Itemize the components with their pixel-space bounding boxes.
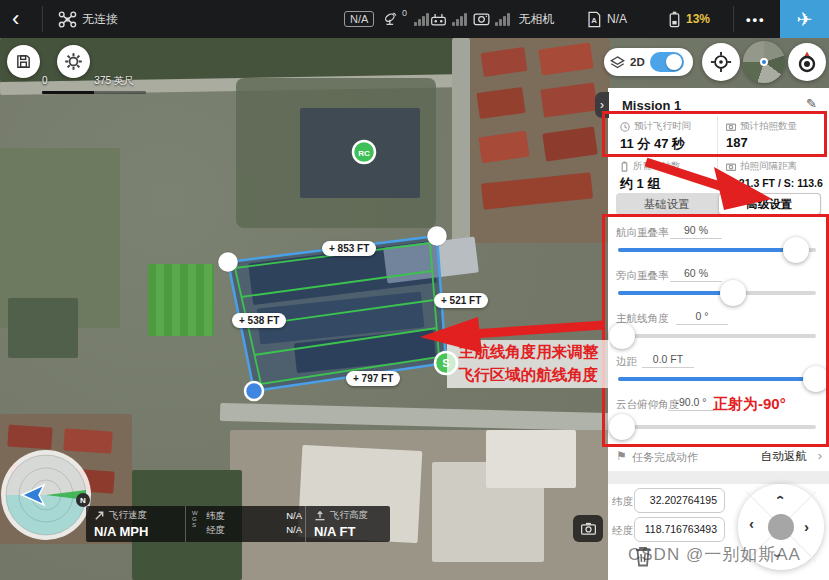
map-road <box>220 403 610 431</box>
slider-row-side-overlap: 旁向重叠率 60 % <box>608 267 829 310</box>
slider-track[interactable] <box>618 291 816 295</box>
back-chevron-icon: ‹ <box>12 8 19 30</box>
telemetry-gps: W G S 纬度N/A 经度N/A <box>185 506 305 542</box>
north-marker: N <box>76 493 90 507</box>
slider-label: 边距 <box>616 355 637 369</box>
vertex-handle[interactable] <box>427 226 447 246</box>
slider-handle[interactable] <box>803 366 829 392</box>
dpad-left-button[interactable]: › <box>749 519 754 534</box>
save-mission-button[interactable] <box>7 45 40 78</box>
battery-percent: 13% <box>686 12 710 26</box>
gps-signal-status[interactable]: 0 <box>382 0 429 38</box>
locate-crosshair-icon <box>710 51 732 73</box>
attitude-compass-widget[interactable]: N <box>0 449 92 545</box>
dpad-down-button[interactable]: › <box>771 553 786 558</box>
chevron-right-icon: › <box>818 448 822 463</box>
slider-handle[interactable] <box>609 323 635 349</box>
signal-bars <box>495 13 510 26</box>
svg-text:N: N <box>80 496 86 505</box>
more-menu-button[interactable]: ••• <box>746 0 766 38</box>
compass-icon <box>795 50 819 74</box>
slider-value-field[interactable]: 0 ° <box>676 310 728 325</box>
panel-collapse-tab[interactable]: › <box>595 92 609 118</box>
aircraft-connection-status[interactable]: 无连接 <box>58 0 118 38</box>
back-button[interactable]: ‹ <box>12 0 19 38</box>
telemetry-altitude: 飞行高度 N/A FT <box>305 506 390 542</box>
remote-controller-icon <box>430 12 447 27</box>
2d-toggle-switch[interactable] <box>650 52 684 72</box>
slider-value-field[interactable]: 0.0 FT <box>642 353 694 368</box>
dpad-right-button[interactable]: › <box>804 519 809 534</box>
signal-bars <box>452 13 467 26</box>
slider-label: 航向重叠率 <box>616 226 669 240</box>
locate-button[interactable] <box>702 43 740 81</box>
camera-signal-status[interactable]: 无相机 <box>473 0 555 38</box>
slider-track[interactable] <box>618 425 816 429</box>
dpad-up-button[interactable]: › <box>771 495 786 500</box>
finish-action-value: 自动返航 <box>761 449 807 464</box>
gps-system-label: W G S <box>192 510 198 528</box>
satellite-icon <box>382 11 399 27</box>
chevron-right-icon: › <box>600 98 604 112</box>
slider-handle[interactable] <box>720 280 746 306</box>
topbar-divider <box>42 6 43 32</box>
slider-value-field[interactable]: -90.0 ° <box>668 396 714 411</box>
tab-advanced-settings[interactable]: 高级设置 <box>718 193 822 215</box>
dpad-center-button[interactable] <box>768 514 794 540</box>
takeoff-button[interactable]: ✈ <box>780 0 829 38</box>
slider-track[interactable] <box>618 248 816 252</box>
slider-track[interactable] <box>618 377 816 381</box>
connection-label: 无连接 <box>82 11 118 28</box>
flight-time-label: 预计飞行时间 <box>620 120 691 133</box>
slider-track[interactable] <box>618 334 816 338</box>
trash-icon[interactable] <box>634 545 652 567</box>
longitude-input[interactable]: 118.716763493 <box>634 517 725 542</box>
plane-icon: ✈ <box>797 8 813 31</box>
slider-row-gimbal-pitch: 云台俯仰角度 -90.0 ° <box>608 396 829 439</box>
status-badge[interactable]: N/A <box>344 0 374 38</box>
altitude-icon <box>314 510 326 521</box>
finish-action-label: 任务完成动作 <box>632 450 698 465</box>
edit-mission-icon[interactable]: ✎ <box>806 96 817 111</box>
map-roof <box>7 424 52 449</box>
battery-needed-label: 所需电池数 <box>620 160 681 173</box>
scale-end: 375 英尺 <box>94 75 133 86</box>
telemetry-bar: 飞行速度 N/A MPH W G S 纬度N/A 经度N/A 飞行高度 N/A … <box>86 506 390 542</box>
latitude-input[interactable]: 32.202764195 <box>634 488 725 513</box>
stats-divider <box>717 116 718 190</box>
map-trees <box>8 298 78 358</box>
gps-lat-value: N/A <box>286 509 302 523</box>
top-status-bar: ‹ 无连接 N/A 0 <box>0 0 829 38</box>
mission-title: Mission 1 <box>622 98 681 113</box>
minimap-button[interactable] <box>743 41 785 83</box>
flight-mode-status[interactable]: A N/A <box>586 0 627 38</box>
battery-icon <box>668 11 681 28</box>
battery-status[interactable]: 13% <box>668 0 710 38</box>
tab-basic-settings[interactable]: 基础设置 <box>616 193 718 215</box>
slider-value-field[interactable]: 90 % <box>670 224 722 239</box>
map-scale: 0 375 英尺 <box>42 74 146 94</box>
vertex-handle-selected[interactable] <box>245 382 263 400</box>
map-media-button[interactable] <box>573 515 603 542</box>
topbar-divider <box>733 6 734 32</box>
map-sports-field <box>148 264 214 336</box>
vertex-handle[interactable] <box>218 252 238 272</box>
slider-value-field[interactable]: 60 % <box>670 267 722 282</box>
compass-button[interactable] <box>788 43 826 81</box>
slider-row-route-angle: 主航线角度 0 ° <box>608 310 829 353</box>
svg-text:A: A <box>591 16 597 25</box>
gear-icon <box>64 52 83 71</box>
map-2d-toggle[interactable]: 2D <box>604 48 693 76</box>
speed-arrow-icon <box>94 510 105 521</box>
mission-panel: › Mission 1 ✎ 预计飞行时间 11 分 47 秒 预计拍照数量 18… <box>608 88 829 580</box>
app-window: S RC + 853 FT + 521 FT + 538 FT + 797 FT… <box>0 0 829 580</box>
camera-icon <box>581 522 596 535</box>
edge-length-label: + 797 FT <box>346 371 400 386</box>
rc-signal-status[interactable] <box>430 0 467 38</box>
finish-action-row[interactable]: ⚑ 任务完成动作 自动返航 › <box>608 442 829 470</box>
slider-handle[interactable] <box>609 414 635 440</box>
slider-handle[interactable] <box>783 237 809 263</box>
latitude-label: 纬度 <box>612 495 633 509</box>
flight-mode-value: N/A <box>607 12 627 26</box>
settings-button[interactable] <box>57 45 90 78</box>
